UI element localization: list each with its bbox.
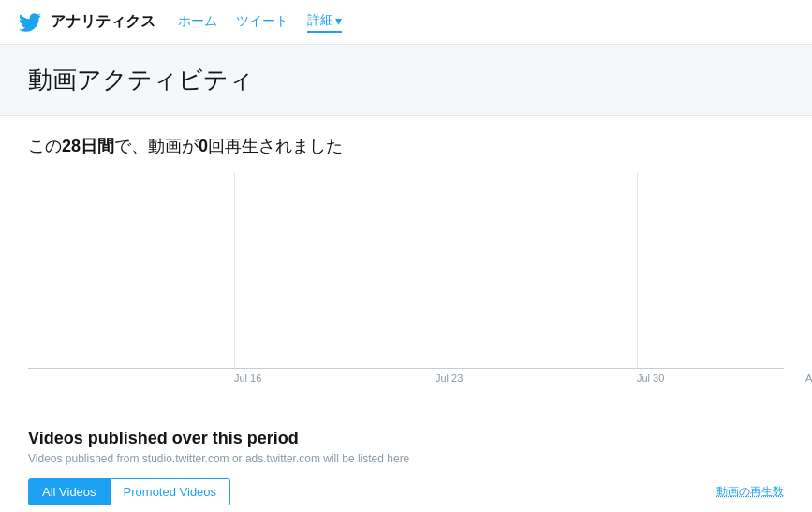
chart-label-jul16: Jul 16 [234,373,261,384]
chart-label-jul23: Jul 23 [436,373,463,384]
videos-section-subtitle: Videos published from studio.twitter.com… [28,452,784,465]
videos-section-title: Videos published over this period [28,429,784,448]
chevron-down-icon: ▾ [335,13,342,28]
stats-middle: で、動画が [114,137,199,155]
video-play-count-label[interactable]: 動画の再生数 [716,484,784,500]
nav-links: ホーム ツイート 詳細 ▾ [178,12,342,33]
chart-label-jul30: Jul 30 [637,373,664,384]
nav-detail-label: 詳細 [307,12,333,29]
nav-link-detail[interactable]: 詳細 ▾ [307,12,342,33]
stats-count: 0 [199,137,208,155]
nav-link-home[interactable]: ホーム [178,13,217,32]
nav-link-tweet[interactable]: ツイート [236,13,288,32]
chart-area [28,172,784,369]
chart-grid [28,172,784,368]
chart-label-au: Au [805,373,812,384]
main-content: この28日間で、動画が0回再生されました Jul 16 Jul 23 Jul 3… [0,116,812,410]
nav-bar: アナリティクス ホーム ツイート 詳細 ▾ [0,0,812,45]
tab-all-videos[interactable]: All Videos [28,478,111,505]
twitter-bird-icon [19,13,41,32]
videos-section: Videos published over this period Videos… [0,410,812,512]
page-header: 動画アクティビティ [0,45,812,116]
grid-line-3 [637,172,638,368]
stats-text: この28日間で、動画が0回再生されました [28,135,784,157]
stats-bold: 28日間 [62,137,114,155]
tabs-left: All Videos Promoted Videos [28,478,230,505]
app-name: アナリティクス [51,12,155,32]
grid-line-1 [234,172,235,368]
page-title: 動画アクティビティ [28,64,784,96]
grid-line-2 [436,172,436,368]
stats-prefix: この [28,137,62,155]
chart-labels: Jul 16 Jul 23 Jul 30 Au [28,369,784,391]
stats-suffix: 回再生されました [208,137,343,155]
tabs-row: All Videos Promoted Videos 動画の再生数 [28,478,784,505]
tab-promoted-videos[interactable]: Promoted Videos [111,478,231,505]
twitter-logo [19,13,41,32]
